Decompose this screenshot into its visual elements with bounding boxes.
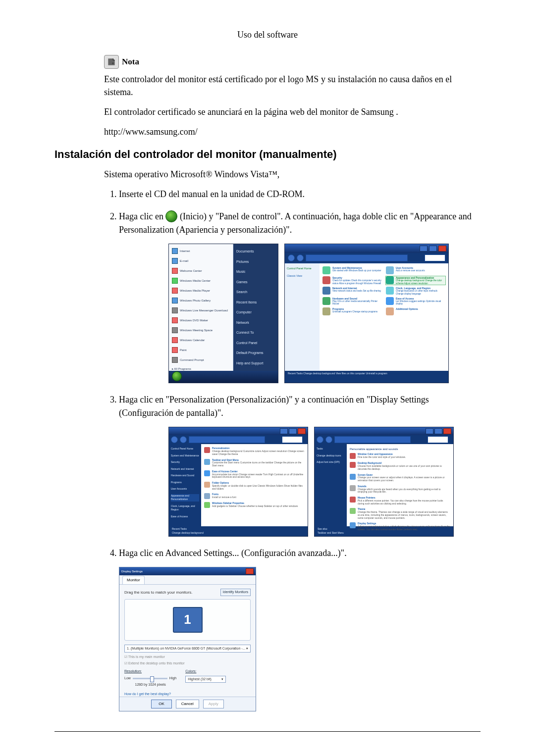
sm-right: Recent Items: [236, 300, 275, 305]
side-link-active: Appearance and Personalization: [171, 494, 199, 502]
sounds-icon: [350, 485, 356, 491]
section-title: Instalación del controlador del monitor …: [54, 148, 481, 161]
search-box: [282, 436, 303, 443]
sm-right: Default Programs: [236, 351, 275, 356]
forward-icon: [180, 436, 187, 443]
sm-right: Music: [236, 269, 275, 275]
sm-item: Windows Photo Gallery: [180, 299, 211, 303]
side-link: Clock, Language, and Region: [171, 504, 199, 512]
tab-monitor: Monitor: [122, 576, 145, 584]
search-box: [425, 254, 445, 261]
side-link: Tasks: [317, 447, 345, 451]
maximize-icon: [289, 428, 297, 434]
cancel-button: Cancel: [176, 700, 199, 708]
side-link: Network and Internet: [171, 467, 199, 471]
page-header: Uso del software: [54, 30, 481, 40]
note-url: http://www.samsung.com/: [104, 125, 481, 138]
step-2: Haga clic en (Inicio) y "Panel de contro…: [119, 210, 481, 383]
sm-right: Help and Support: [236, 361, 275, 366]
foot-link: Change desktop background: [172, 531, 305, 535]
cp-side-link: Control Panel Home: [287, 266, 318, 270]
step-1: Inserte el CD del manual en la unidad de…: [119, 188, 481, 201]
sm-item: Paint: [180, 348, 187, 353]
close-icon: [443, 428, 451, 434]
side-link: Programs: [171, 481, 199, 485]
sm-item: E-mail: [180, 259, 188, 263]
sm-right: Computer: [236, 310, 275, 315]
side-link: System and Maintenance: [171, 454, 199, 458]
sm-item: Windows Meeting Space: [180, 328, 213, 333]
sm-right: Games: [236, 280, 275, 285]
chk-main-monitor: ☑ This is my main monitor: [124, 655, 251, 660]
address-bar: [334, 436, 411, 443]
desktop-bg-icon: [350, 462, 356, 468]
step-4-text: Haga clic en Advanced Settings... (Confi…: [119, 548, 347, 558]
cp-side-link: Classic View: [287, 274, 318, 278]
side-link: Adjust font size (DPI): [317, 460, 345, 464]
sm-item: Windows Calendar: [180, 338, 205, 343]
resolution-value: 1280 by 1024 pixels: [124, 682, 176, 688]
maximize-icon: [429, 246, 437, 252]
screen-saver-icon: [350, 474, 356, 480]
sidebar-icon: [204, 502, 210, 508]
note-label: Nota: [122, 57, 139, 67]
foot-link: Recent Tasks: [172, 527, 305, 531]
mouse-pointers-icon: [350, 497, 356, 503]
window-color-icon: [350, 453, 356, 459]
colors-heading: Colors:: [185, 669, 226, 674]
recent-tasks: Recent Tasks Change desktop background V…: [285, 371, 448, 383]
sm-item: Command Prompt: [180, 358, 204, 362]
foot-link: Taskbar and Start Menu: [318, 531, 450, 535]
additional-options-icon: [386, 307, 394, 315]
identify-monitors-button: Identify Monitors: [220, 589, 251, 596]
chevron-down-icon: ▾: [246, 646, 248, 652]
close-icon: [438, 246, 446, 252]
ease-of-access-icon: [386, 297, 394, 305]
sm-right: Network: [236, 320, 275, 326]
back-icon: [317, 436, 323, 443]
security-icon: [322, 276, 330, 284]
ok-button: OK: [151, 700, 172, 708]
user-accounts-icon: [386, 266, 394, 274]
note-icon: [104, 55, 119, 69]
screenshot-display-settings: Display Settings Monitor Drag the icons …: [119, 567, 256, 711]
taskbar-icon: [204, 459, 210, 465]
step-2-text-a: Haga clic en: [119, 211, 165, 221]
step-3: Haga clic en "Personalization (Personali…: [119, 393, 481, 537]
colors-combo: Highest (32 bit)▾: [185, 676, 226, 683]
screenshot-start-menu: Internet E-mail Welcome Center Windows M…: [168, 244, 278, 383]
appearance-icon: [386, 276, 394, 284]
sm-right: Connect To: [236, 330, 275, 336]
screenshot-personalization: Tasks Change desktop icons Adjust font s…: [314, 427, 454, 537]
minimize-icon: [420, 246, 428, 252]
sm-item: Windows Media Center: [180, 279, 211, 283]
address-bar: [306, 254, 408, 261]
back-icon: [288, 254, 295, 261]
sm-right: Documents: [236, 249, 275, 254]
start-orb-icon: [172, 371, 182, 381]
note-paragraph-2: El controlador certificado se anunciará …: [104, 105, 481, 118]
back-icon: [171, 436, 178, 443]
maximize-icon: [434, 428, 442, 434]
side-link: Control Panel Home: [171, 447, 199, 451]
page-footer-rule: [54, 731, 481, 732]
sm-item: Windows Live Messenger Download: [180, 308, 228, 313]
minimize-icon: [426, 428, 433, 434]
side-link: Ease of Access: [171, 515, 199, 519]
screenshot-appearance-personalization: Control Panel Home System and Maintenanc…: [168, 427, 308, 537]
chevron-down-icon: ▾: [221, 677, 223, 682]
resolution-heading: Resolution:: [124, 669, 176, 674]
minimize-icon: [280, 428, 288, 434]
apply-button: Apply: [203, 700, 224, 708]
dialog-title: Display Settings: [121, 569, 143, 574]
step-3-text: Haga clic en "Personalization (Personali…: [119, 395, 429, 418]
monitor-area: 1: [124, 599, 251, 641]
fonts-icon: [204, 493, 210, 499]
sm-item: Internet: [180, 249, 190, 253]
close-icon: [298, 428, 306, 434]
sm-right: Search: [236, 290, 275, 295]
note-paragraph-1: Este controlador del monitor está certif…: [104, 73, 481, 99]
section-subtitle: Sistema operativo Microsoft® Windows Vis…: [104, 168, 481, 181]
ease-center-icon: [204, 470, 210, 476]
sm-item: Windows DVD Maker: [180, 318, 208, 323]
